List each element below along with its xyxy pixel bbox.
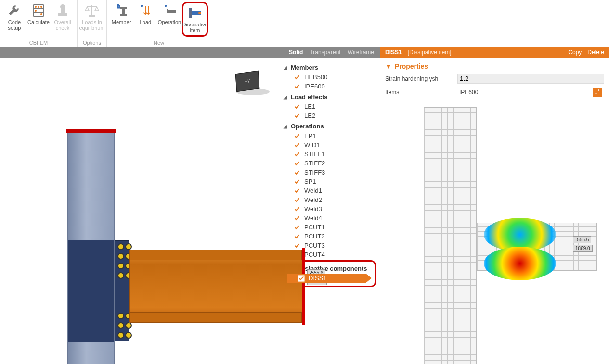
svg-point-10 [60, 4, 65, 9]
svg-point-21 [198, 12, 201, 14]
ribbon-button-label: Codesetup [8, 19, 21, 31]
tree-item[interactable]: HEB500 [283, 73, 376, 82]
check-icon[interactable] [294, 103, 300, 110]
bolt [125, 243, 132, 250]
svg-point-5 [40, 6, 42, 8]
tree-item[interactable]: EP1 [283, 131, 376, 140]
check-icon[interactable] [294, 224, 300, 231]
check-icon[interactable] [294, 133, 300, 139]
properties-header: DISS1 [Dissipative item] Copy Delete [380, 47, 609, 58]
properties-heading: Properties [395, 63, 428, 70]
tree-item[interactable]: Weld2 [283, 195, 376, 204]
check-icon[interactable] [294, 242, 300, 249]
tree-item[interactable]: PCUT1 [283, 223, 376, 232]
tree-group-header[interactable]: ◢Load effects [283, 92, 376, 102]
tree-item-label: Weld4 [304, 214, 322, 222]
view-mode-transparent[interactable]: Transparent [310, 49, 340, 56]
svg-point-4 [38, 6, 39, 8]
check-icon[interactable] [294, 83, 300, 90]
property-row: Strain hardening γsh [385, 72, 604, 85]
nav-cube[interactable]: +Y [236, 72, 270, 101]
check-icon[interactable] [294, 169, 300, 176]
selected-item-type: [Dissipative item] [408, 49, 452, 56]
expand-caret-icon: ◢ [283, 65, 288, 70]
column-heb500 [67, 130, 115, 364]
check-icon[interactable] [294, 206, 300, 213]
member-button[interactable]: Member [110, 2, 133, 26]
load-button[interactable]: Load [134, 2, 157, 26]
tree-item-label: EP1 [304, 132, 316, 139]
check-icon[interactable] [298, 275, 305, 282]
check-icon[interactable] [294, 215, 300, 222]
ribbon-button-label: Member [112, 19, 131, 25]
tree-item[interactable]: IPE600 [283, 82, 376, 91]
tree-item-label: PCUT3 [304, 242, 325, 249]
tree-item-label: PCUT4 [304, 251, 325, 258]
code-setup-button[interactable]: Codesetup [3, 2, 26, 32]
view-mode-solid[interactable]: Solid [289, 49, 303, 56]
tree-item[interactable]: PCUT3 [283, 241, 376, 250]
check-icon[interactable] [294, 151, 300, 158]
bolt [125, 332, 132, 339]
operation-button[interactable]: Operation [158, 2, 181, 26]
dissipative-item-button[interactable]: Dissipativeitem [183, 4, 207, 34]
check-icon[interactable] [294, 113, 300, 119]
tree-group: ◢OperationsEP1WID1STIFF1STIFF2STIFF3SP1W… [283, 121, 376, 259]
tree-item[interactable]: PCUT2 [283, 232, 376, 241]
tree-group-header[interactable]: ◢Members [283, 63, 376, 73]
calculate-button[interactable]: Calculate [27, 2, 50, 26]
property-label: Items [385, 89, 457, 96]
tree-item[interactable]: SP1 [283, 177, 376, 186]
tree-item[interactable]: STIFF1 [283, 150, 376, 159]
check-icon[interactable] [294, 74, 300, 81]
check-icon[interactable] [294, 178, 300, 185]
beam-ipe600 [129, 250, 302, 322]
tree-group-header[interactable]: ◢Operations [283, 121, 376, 131]
tree-item[interactable]: LE1 [283, 102, 376, 111]
bolt [117, 332, 124, 339]
delete-button[interactable]: Delete [587, 49, 604, 56]
tree-item[interactable]: STIFF2 [283, 159, 376, 168]
svg-rect-16 [120, 14, 127, 16]
tree-item[interactable]: LE2 [283, 111, 376, 120]
stress-contour [484, 247, 556, 280]
tree-item[interactable]: DISS1 [287, 274, 372, 283]
tree-item[interactable]: STIFF3 [283, 168, 376, 177]
check-icon[interactable] [294, 197, 300, 203]
check-icon[interactable] [294, 142, 300, 149]
diss-icon [187, 5, 203, 21]
properties-section-header[interactable]: ▼ Properties [385, 61, 604, 72]
property-label: Strain hardening γsh [385, 75, 457, 82]
ribbon-group: Loads inequilibriumOptions [78, 0, 107, 47]
ribbon-group: MemberLoadOperationDissipativeitemNew [107, 0, 211, 47]
copy-button[interactable]: Copy [568, 49, 582, 56]
nav-cube-face[interactable]: +Y [235, 71, 260, 92]
viewport-3d[interactable]: +Y [0, 58, 279, 364]
tree-item[interactable]: WID1 [283, 140, 376, 150]
plus-arrows-icon [138, 3, 153, 18]
left-pane: SolidTransparentWireframe +Y [0, 47, 380, 364]
wrench-icon [7, 3, 22, 18]
strain-hardening-input[interactable] [457, 74, 604, 84]
highlight-outline: Dissipativeitem [182, 2, 208, 37]
tree-item-label: IPE600 [304, 83, 325, 90]
tree-item[interactable]: Weld1 [283, 186, 376, 195]
tree-item[interactable]: Weld3 [283, 204, 376, 213]
column-top-cap [66, 129, 116, 133]
plus-i-icon [114, 3, 129, 18]
check-icon[interactable] [294, 160, 300, 167]
tree-item-label: SP1 [304, 178, 316, 185]
tree-item[interactable]: Weld4 [283, 213, 376, 223]
check-icon[interactable] [294, 233, 300, 240]
items-picker-button[interactable] [593, 88, 602, 97]
tree-item-label: Weld2 [304, 196, 322, 203]
items-value: IPE600 [459, 89, 478, 96]
ribbon-group-label: New [110, 39, 208, 46]
tree-item-label: STIFF1 [304, 151, 325, 158]
tree-item-label: STIFF3 [304, 169, 325, 176]
fem-result-view[interactable]: -555.6 1869.0 [380, 102, 609, 364]
scale-icon [84, 3, 100, 18]
check-icon[interactable] [294, 188, 300, 194]
view-mode-wireframe[interactable]: Wireframe [348, 49, 374, 56]
ribbon: CodesetupCalculateOverallcheckCBFEMLoads… [0, 0, 609, 47]
